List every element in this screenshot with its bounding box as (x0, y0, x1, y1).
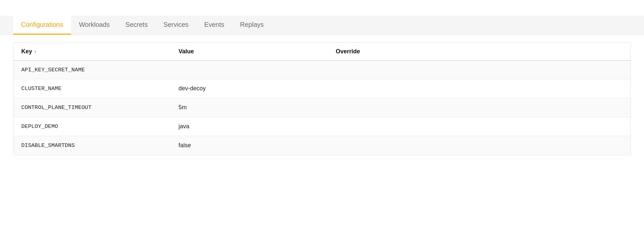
table-body: API_KEY_SECRET_NAMECLUSTER_NAMEdev-decoy… (13, 61, 631, 155)
cell-value-4: false (179, 142, 336, 149)
column-header-override: Override (336, 48, 623, 55)
cell-override-4 (336, 142, 623, 149)
tab-services[interactable]: Services (156, 16, 197, 35)
cell-override-3 (336, 123, 623, 130)
tab-configurations[interactable]: Configurations (13, 16, 71, 35)
cell-key-4: DISABLE_SMARTDNS (21, 142, 179, 149)
tabs-bar: ConfigurationsWorkloadsSecretsServicesEv… (0, 16, 644, 35)
configurations-table: Key ↑ Value Override API_KEY_SECRET_NAME… (13, 43, 631, 155)
sort-ascending-icon: ↑ (34, 49, 36, 54)
cell-key-3: DEPLOY_DEMO (21, 123, 179, 130)
column-key-label: Key (21, 48, 32, 55)
tab-secrets[interactable]: Secrets (118, 16, 156, 35)
column-override-label: Override (336, 48, 360, 55)
cell-value-0 (179, 67, 336, 73)
table-row: API_KEY_SECRET_NAME (13, 61, 631, 79)
cell-key-2: CONTROL_PLANE_TIMEOUT (21, 104, 179, 111)
page-container: ConfigurationsWorkloadsSecretsServicesEv… (0, 0, 644, 155)
cell-override-1 (336, 85, 623, 92)
column-value-label: Value (179, 48, 194, 55)
cell-override-0 (336, 67, 623, 73)
cell-value-3: java (179, 123, 336, 130)
cell-value-2: 5m (179, 104, 336, 111)
cell-key-1: CLUSTER_NAME (21, 85, 179, 92)
table-header: Key ↑ Value Override (13, 43, 631, 61)
table-row: CLUSTER_NAMEdev-decoy (13, 79, 631, 98)
table-row: DEPLOY_DEMOjava (13, 117, 631, 136)
cell-override-2 (336, 104, 623, 111)
column-header-value: Value (179, 48, 336, 55)
cell-key-0: API_KEY_SECRET_NAME (21, 67, 179, 73)
cell-value-1: dev-decoy (179, 85, 336, 92)
table-row: CONTROL_PLANE_TIMEOUT5m (13, 98, 631, 117)
tab-replays[interactable]: Replays (232, 16, 272, 35)
tab-events[interactable]: Events (197, 16, 232, 35)
tab-workloads[interactable]: Workloads (71, 16, 118, 35)
table-row: DISABLE_SMARTDNSfalse (13, 136, 631, 155)
column-header-key: Key ↑ (21, 48, 179, 55)
